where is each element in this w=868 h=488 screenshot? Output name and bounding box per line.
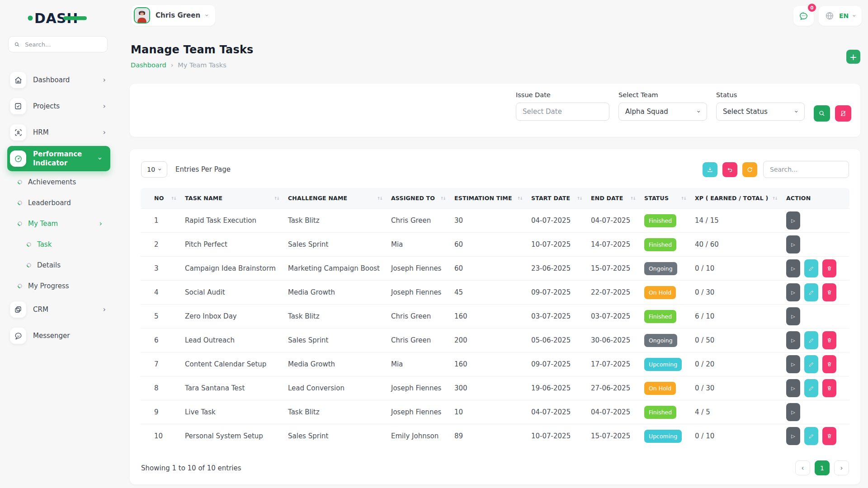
sidebar-search[interactable]: [8, 36, 108, 52]
team-select[interactable]: Alpha Squad ›: [618, 103, 707, 121]
chevron-down-icon: ›: [203, 14, 211, 17]
view-task-button[interactable]: ▷: [786, 427, 800, 445]
play-icon: ▷: [791, 242, 795, 248]
play-icon: ▷: [791, 338, 795, 343]
sidebar-subitem-label: My Progress: [28, 282, 69, 290]
view-task-button[interactable]: ▷: [786, 307, 800, 325]
sort-icon[interactable]: ↑↓: [377, 195, 382, 201]
sidebar-item-my-team[interactable]: My Team ›: [0, 213, 116, 234]
column-header-estimation-time[interactable]: ESTIMATION TIME↑↓: [450, 188, 527, 209]
refresh-button[interactable]: [742, 162, 757, 177]
sidebar-item-my-progress[interactable]: My Progress: [0, 276, 116, 296]
table-row: 8 Tara Santana Test Lead Conversion Jose…: [141, 376, 849, 400]
add-task-button[interactable]: +: [846, 50, 860, 64]
edit-task-button[interactable]: [804, 331, 818, 349]
filter-search-button[interactable]: [814, 105, 830, 122]
view-task-button[interactable]: ▷: [786, 283, 800, 301]
sort-icon[interactable]: ↑↓: [577, 195, 582, 201]
language-selector[interactable]: EN ›: [819, 6, 862, 26]
sidebar-item-messenger[interactable]: Messenger: [0, 323, 116, 349]
undo-button[interactable]: [722, 162, 737, 177]
cell-task-name: Rapid Task Execution: [180, 209, 283, 233]
cell-challenge-name: Task Blitz: [283, 209, 387, 233]
cell-estimation-time: 60: [450, 233, 527, 257]
sidebar-item-hrm[interactable]: HRM ›: [0, 119, 116, 145]
cell-no: 7: [141, 352, 180, 376]
sidebar-item-performance-indicator[interactable]: Performance Indicator ›: [0, 145, 116, 172]
delete-task-button[interactable]: [822, 283, 836, 301]
issue-date-input[interactable]: [516, 103, 609, 121]
view-task-button[interactable]: ▷: [786, 235, 800, 253]
view-task-button[interactable]: ▷: [786, 331, 800, 349]
view-task-button[interactable]: ▷: [786, 259, 800, 277]
sort-icon[interactable]: ↑↓: [517, 195, 522, 201]
status-select[interactable]: Select Status ›: [716, 103, 805, 121]
delete-task-button[interactable]: [822, 259, 836, 277]
view-task-button[interactable]: ▷: [786, 355, 800, 373]
trash-icon: [826, 289, 832, 296]
column-header-status[interactable]: STATUS↑↓: [640, 188, 690, 209]
table-search-input[interactable]: [763, 161, 849, 178]
cell-assigned-to: Mia: [387, 233, 450, 257]
app-logo[interactable]: DASH: [27, 8, 90, 28]
pagination-page-1[interactable]: 1: [815, 460, 830, 475]
table-row: 10 Personal System Setup Sales Sprint Em…: [141, 424, 849, 448]
sidebar-item-task[interactable]: Task: [0, 234, 116, 255]
delete-task-button[interactable]: [822, 379, 836, 397]
view-task-button[interactable]: ▷: [786, 403, 800, 421]
cell-start-date: 03-07-2025: [527, 305, 586, 328]
entries-per-page-select[interactable]: 10 ›: [141, 161, 167, 178]
delete-task-button[interactable]: [822, 331, 836, 349]
cell-end-date: 22-07-2025: [586, 281, 640, 305]
export-button[interactable]: [703, 162, 717, 177]
pagination-prev-button[interactable]: ‹: [795, 460, 810, 475]
sidebar-item-label: Projects: [33, 102, 96, 110]
sort-icon[interactable]: ↑↓: [772, 195, 777, 201]
edit-task-button[interactable]: [804, 355, 818, 373]
sort-icon[interactable]: ↑↓: [171, 195, 176, 201]
edit-task-button[interactable]: [804, 427, 818, 445]
sort-icon[interactable]: ↑↓: [274, 195, 279, 201]
sidebar-item-details[interactable]: Details: [0, 255, 116, 276]
user-menu[interactable]: Chris Green ›: [132, 5, 215, 26]
sidebar-item-projects[interactable]: Projects ›: [0, 93, 116, 119]
sidebar-item-label: CRM: [33, 305, 96, 314]
active-menu-highlight[interactable]: Performance Indicator ›: [7, 146, 110, 172]
sidebar-item-achievements[interactable]: Achievements: [0, 172, 116, 192]
pencil-icon: [808, 338, 814, 343]
edit-task-button[interactable]: [804, 379, 818, 397]
sidebar-item-crm[interactable]: CRM ›: [0, 296, 116, 323]
column-header-challenge-name[interactable]: CHALLENGE NAME↑↓: [283, 188, 387, 209]
sidebar-item-leaderboard[interactable]: Leaderboard: [0, 192, 116, 213]
status-field: Status Select Status ›: [716, 91, 805, 121]
edit-task-button[interactable]: [804, 283, 818, 301]
sidebar-item-dashboard[interactable]: Dashboard ›: [0, 67, 116, 93]
chevron-down-icon: ›: [96, 157, 104, 160]
cell-xp: 14 / 15: [690, 209, 782, 233]
column-header-start-date[interactable]: START DATE↑↓: [527, 188, 586, 209]
filter-clear-button[interactable]: [835, 105, 851, 122]
view-task-button[interactable]: ▷: [786, 211, 800, 230]
view-task-button[interactable]: ▷: [786, 379, 800, 397]
cell-task-name: Pitch Perfect: [180, 233, 283, 257]
column-header-no[interactable]: NO↑↓: [141, 188, 180, 209]
sort-icon[interactable]: ↑↓: [681, 195, 686, 201]
column-header-end-date[interactable]: END DATE↑↓: [586, 188, 640, 209]
column-header-xp[interactable]: XP ( EARNED / TOTAL )↑↓: [690, 188, 782, 209]
breadcrumb-dashboard-link[interactable]: Dashboard: [131, 61, 166, 69]
sort-icon[interactable]: ↑↓: [440, 195, 445, 201]
status-badge: Ongoing: [644, 334, 677, 347]
cell-assigned-to: Mia: [387, 352, 450, 376]
cell-end-date: 15-07-2025: [586, 257, 640, 281]
delete-task-button[interactable]: [822, 355, 836, 373]
sidebar-search-input[interactable]: [24, 41, 102, 48]
column-header-assigned-to[interactable]: ASSIGNED TO↑↓: [387, 188, 450, 209]
messages-button[interactable]: 0: [793, 6, 814, 26]
cell-xp: 40 / 60: [690, 233, 782, 257]
delete-task-button[interactable]: [822, 427, 836, 445]
cell-start-date: 04-07-2025: [527, 209, 586, 233]
pagination-next-button[interactable]: ›: [834, 460, 849, 475]
column-header-task-name[interactable]: TASK NAME↑↓: [180, 188, 283, 209]
sort-icon[interactable]: ↑↓: [630, 195, 635, 201]
edit-task-button[interactable]: [804, 259, 818, 277]
